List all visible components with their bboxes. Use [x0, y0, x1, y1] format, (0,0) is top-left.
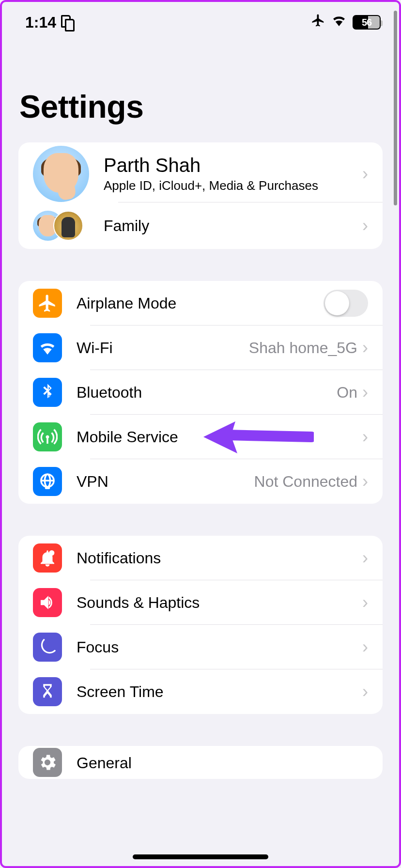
- network-group: Airplane Mode Wi-Fi Shah home_5G › Bluet…: [18, 281, 383, 504]
- chevron-right-icon: ›: [362, 427, 368, 447]
- chevron-right-icon: ›: [362, 471, 368, 492]
- chevron-right-icon: ›: [362, 382, 368, 403]
- chevron-right-icon: ›: [362, 216, 368, 236]
- vpn-value: Not Connected: [254, 473, 357, 491]
- profile-avatar: [33, 146, 89, 202]
- bluetooth-label: Bluetooth: [77, 384, 337, 402]
- general-row[interactable]: General: [18, 746, 383, 779]
- family-row[interactable]: Family ›: [18, 202, 383, 249]
- family-label: Family: [104, 217, 362, 235]
- battery-level: 56: [362, 17, 371, 28]
- chevron-right-icon: ›: [362, 548, 368, 568]
- chevron-right-icon: ›: [362, 338, 368, 358]
- airplane-icon: [33, 289, 62, 318]
- svg-rect-3: [45, 487, 50, 489]
- profile-text: Parth Shah Apple ID, iCloud+, Media & Pu…: [104, 155, 362, 193]
- bluetooth-value: On: [337, 384, 357, 402]
- system-group: General: [18, 746, 383, 779]
- bell-icon: [33, 543, 62, 573]
- screentime-row[interactable]: Screen Time ›: [18, 669, 383, 714]
- alerts-group: Notifications › Sounds & Haptics › Focus…: [18, 536, 383, 714]
- chevron-right-icon: ›: [362, 164, 368, 184]
- mobile-label: Mobile Service: [77, 428, 362, 446]
- wifi-status-icon: [331, 13, 347, 32]
- svg-point-4: [49, 550, 54, 556]
- gear-icon: [33, 748, 62, 777]
- battery-indicator: 56: [353, 15, 381, 30]
- speaker-icon: [33, 588, 62, 617]
- status-right: 56: [311, 13, 381, 32]
- notifications-label: Notifications: [77, 549, 362, 567]
- wifi-row[interactable]: Wi-Fi Shah home_5G ›: [18, 326, 383, 370]
- status-left: 1:14: [25, 14, 74, 31]
- wifi-label: Wi-Fi: [77, 339, 249, 357]
- general-label: General: [77, 754, 368, 772]
- status-bar: 1:14 56: [2, 2, 399, 37]
- profile-group: Parth Shah Apple ID, iCloud+, Media & Pu…: [18, 142, 383, 249]
- bluetooth-icon: [33, 378, 62, 407]
- mobile-service-row[interactable]: Mobile Service ›: [18, 415, 383, 459]
- moon-icon: [33, 633, 62, 662]
- chevron-right-icon: ›: [362, 682, 368, 702]
- chevron-right-icon: ›: [362, 592, 368, 613]
- profile-subtitle: Apple ID, iCloud+, Media & Purchases: [104, 178, 362, 193]
- status-time: 1:14: [25, 14, 56, 31]
- globe-icon: [33, 467, 62, 496]
- airplane-mode-row[interactable]: Airplane Mode: [18, 281, 383, 326]
- vpn-row[interactable]: VPN Not Connected ›: [18, 459, 383, 504]
- airplane-status-icon: [311, 13, 325, 31]
- apple-id-row[interactable]: Parth Shah Apple ID, iCloud+, Media & Pu…: [18, 142, 383, 202]
- sounds-label: Sounds & Haptics: [77, 594, 362, 612]
- chevron-right-icon: ›: [362, 637, 368, 657]
- airplane-label: Airplane Mode: [77, 294, 324, 312]
- vpn-label: VPN: [77, 473, 254, 491]
- wifi-icon: [33, 333, 62, 362]
- airplane-toggle[interactable]: [324, 290, 368, 317]
- family-avatars: [33, 210, 89, 241]
- screentime-label: Screen Time: [77, 683, 362, 701]
- bluetooth-row[interactable]: Bluetooth On ›: [18, 370, 383, 415]
- wifi-value: Shah home_5G: [249, 339, 357, 357]
- dual-sim-icon: [61, 15, 74, 30]
- profile-name: Parth Shah: [104, 155, 362, 176]
- scrollbar-indicator: [394, 11, 397, 205]
- focus-label: Focus: [77, 638, 362, 656]
- sounds-row[interactable]: Sounds & Haptics ›: [18, 580, 383, 625]
- home-indicator[interactable]: [133, 854, 268, 859]
- antenna-icon: [33, 422, 62, 451]
- focus-row[interactable]: Focus ›: [18, 625, 383, 669]
- page-title: Settings: [2, 37, 399, 142]
- notifications-row[interactable]: Notifications ›: [18, 536, 383, 580]
- hourglass-icon: [33, 677, 62, 706]
